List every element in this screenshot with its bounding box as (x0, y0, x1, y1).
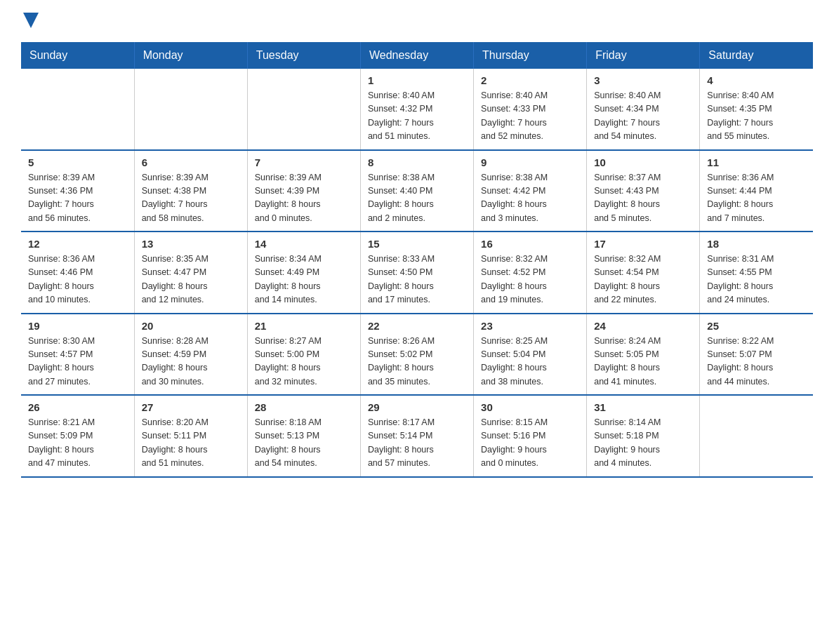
weekday-header-thursday: Thursday (474, 42, 587, 69)
calendar-cell: 21Sunrise: 8:27 AM Sunset: 5:00 PM Dayli… (247, 314, 360, 396)
day-number: 8 (368, 156, 466, 168)
day-info: Sunrise: 8:39 AM Sunset: 4:36 PM Dayligh… (28, 171, 127, 226)
calendar-cell: 8Sunrise: 8:38 AM Sunset: 4:40 PM Daylig… (360, 150, 473, 232)
page-header (21, 14, 813, 28)
day-number: 20 (142, 320, 240, 332)
calendar-cell: 11Sunrise: 8:36 AM Sunset: 4:44 PM Dayli… (700, 150, 813, 232)
day-info: Sunrise: 8:40 AM Sunset: 4:33 PM Dayligh… (481, 89, 579, 144)
calendar-cell: 30Sunrise: 8:15 AM Sunset: 5:16 PM Dayli… (474, 395, 587, 477)
calendar-cell: 7Sunrise: 8:39 AM Sunset: 4:39 PM Daylig… (247, 150, 360, 232)
weekday-header-sunday: Sunday (21, 42, 134, 69)
day-number: 28 (255, 401, 353, 413)
day-info: Sunrise: 8:34 AM Sunset: 4:49 PM Dayligh… (255, 253, 353, 307)
calendar-cell: 26Sunrise: 8:21 AM Sunset: 5:09 PM Dayli… (21, 395, 134, 477)
logo-triangle-icon (23, 13, 39, 28)
calendar-cell: 15Sunrise: 8:33 AM Sunset: 4:50 PM Dayli… (360, 232, 473, 314)
calendar-cell (134, 69, 247, 150)
calendar-cell: 2Sunrise: 8:40 AM Sunset: 4:33 PM Daylig… (474, 69, 587, 150)
day-info: Sunrise: 8:15 AM Sunset: 5:16 PM Dayligh… (481, 416, 579, 471)
day-number: 21 (255, 320, 353, 332)
weekday-header-row: SundayMondayTuesdayWednesdayThursdayFrid… (21, 42, 813, 69)
calendar-week-row: 1Sunrise: 8:40 AM Sunset: 4:32 PM Daylig… (21, 69, 813, 150)
day-info: Sunrise: 8:36 AM Sunset: 4:44 PM Dayligh… (707, 171, 806, 226)
day-info: Sunrise: 8:18 AM Sunset: 5:13 PM Dayligh… (255, 416, 353, 471)
day-info: Sunrise: 8:22 AM Sunset: 5:07 PM Dayligh… (707, 335, 806, 389)
day-info: Sunrise: 8:30 AM Sunset: 4:57 PM Dayligh… (28, 335, 127, 389)
weekday-header-monday: Monday (134, 42, 247, 69)
calendar-cell: 12Sunrise: 8:36 AM Sunset: 4:46 PM Dayli… (21, 232, 134, 314)
weekday-header-tuesday: Tuesday (247, 42, 360, 69)
calendar-cell: 13Sunrise: 8:35 AM Sunset: 4:47 PM Dayli… (134, 232, 247, 314)
calendar-cell: 23Sunrise: 8:25 AM Sunset: 5:04 PM Dayli… (474, 314, 587, 396)
day-number: 18 (707, 238, 806, 250)
day-number: 17 (594, 238, 692, 250)
day-number: 15 (368, 238, 466, 250)
calendar-cell: 29Sunrise: 8:17 AM Sunset: 5:14 PM Dayli… (360, 395, 473, 477)
day-info: Sunrise: 8:38 AM Sunset: 4:42 PM Dayligh… (481, 171, 579, 226)
day-number: 7 (255, 156, 353, 168)
day-info: Sunrise: 8:26 AM Sunset: 5:02 PM Dayligh… (368, 335, 466, 389)
calendar-cell: 18Sunrise: 8:31 AM Sunset: 4:55 PM Dayli… (700, 232, 813, 314)
day-number: 3 (594, 74, 692, 86)
day-info: Sunrise: 8:40 AM Sunset: 4:34 PM Dayligh… (594, 89, 692, 144)
day-info: Sunrise: 8:38 AM Sunset: 4:40 PM Dayligh… (368, 171, 466, 226)
day-info: Sunrise: 8:40 AM Sunset: 4:35 PM Dayligh… (707, 89, 806, 144)
day-info: Sunrise: 8:39 AM Sunset: 4:38 PM Dayligh… (142, 171, 240, 226)
day-info: Sunrise: 8:33 AM Sunset: 4:50 PM Dayligh… (368, 253, 466, 307)
calendar-week-row: 19Sunrise: 8:30 AM Sunset: 4:57 PM Dayli… (21, 314, 813, 396)
calendar-cell: 25Sunrise: 8:22 AM Sunset: 5:07 PM Dayli… (700, 314, 813, 396)
calendar-cell: 19Sunrise: 8:30 AM Sunset: 4:57 PM Dayli… (21, 314, 134, 396)
calendar-cell: 20Sunrise: 8:28 AM Sunset: 4:59 PM Dayli… (134, 314, 247, 396)
weekday-header-wednesday: Wednesday (360, 42, 473, 69)
weekday-header-friday: Friday (587, 42, 700, 69)
day-info: Sunrise: 8:37 AM Sunset: 4:43 PM Dayligh… (594, 171, 692, 226)
day-info: Sunrise: 8:28 AM Sunset: 4:59 PM Dayligh… (142, 335, 240, 389)
day-number: 9 (481, 156, 579, 168)
day-number: 26 (28, 401, 127, 413)
calendar-cell: 27Sunrise: 8:20 AM Sunset: 5:11 PM Dayli… (134, 395, 247, 477)
calendar-cell: 17Sunrise: 8:32 AM Sunset: 4:54 PM Dayli… (587, 232, 700, 314)
day-info: Sunrise: 8:32 AM Sunset: 4:54 PM Dayligh… (594, 253, 692, 307)
calendar-cell (247, 69, 360, 150)
day-info: Sunrise: 8:17 AM Sunset: 5:14 PM Dayligh… (368, 416, 466, 471)
calendar-cell: 10Sunrise: 8:37 AM Sunset: 4:43 PM Dayli… (587, 150, 700, 232)
calendar-cell: 22Sunrise: 8:26 AM Sunset: 5:02 PM Dayli… (360, 314, 473, 396)
day-number: 23 (481, 320, 579, 332)
day-number: 25 (707, 320, 806, 332)
calendar-cell: 9Sunrise: 8:38 AM Sunset: 4:42 PM Daylig… (474, 150, 587, 232)
day-number: 29 (368, 401, 466, 413)
calendar-cell: 16Sunrise: 8:32 AM Sunset: 4:52 PM Dayli… (474, 232, 587, 314)
day-number: 2 (481, 74, 579, 86)
day-info: Sunrise: 8:20 AM Sunset: 5:11 PM Dayligh… (142, 416, 240, 471)
day-info: Sunrise: 8:25 AM Sunset: 5:04 PM Dayligh… (481, 335, 579, 389)
day-number: 13 (142, 238, 240, 250)
day-number: 10 (594, 156, 692, 168)
svg-marker-0 (23, 13, 39, 28)
day-info: Sunrise: 8:40 AM Sunset: 4:32 PM Dayligh… (368, 89, 466, 144)
day-number: 19 (28, 320, 127, 332)
day-number: 16 (481, 238, 579, 250)
calendar-cell: 31Sunrise: 8:14 AM Sunset: 5:18 PM Dayli… (587, 395, 700, 477)
calendar-week-row: 26Sunrise: 8:21 AM Sunset: 5:09 PM Dayli… (21, 395, 813, 477)
calendar-week-row: 5Sunrise: 8:39 AM Sunset: 4:36 PM Daylig… (21, 150, 813, 232)
day-number: 30 (481, 401, 579, 413)
day-info: Sunrise: 8:35 AM Sunset: 4:47 PM Dayligh… (142, 253, 240, 307)
day-number: 24 (594, 320, 692, 332)
day-number: 22 (368, 320, 466, 332)
calendar-cell: 14Sunrise: 8:34 AM Sunset: 4:49 PM Dayli… (247, 232, 360, 314)
day-info: Sunrise: 8:32 AM Sunset: 4:52 PM Dayligh… (481, 253, 579, 307)
day-info: Sunrise: 8:24 AM Sunset: 5:05 PM Dayligh… (594, 335, 692, 389)
calendar-cell: 5Sunrise: 8:39 AM Sunset: 4:36 PM Daylig… (21, 150, 134, 232)
day-info: Sunrise: 8:39 AM Sunset: 4:39 PM Dayligh… (255, 171, 353, 226)
day-number: 4 (707, 74, 806, 86)
day-info: Sunrise: 8:31 AM Sunset: 4:55 PM Dayligh… (707, 253, 806, 307)
day-number: 11 (707, 156, 806, 168)
day-number: 6 (142, 156, 240, 168)
day-number: 5 (28, 156, 127, 168)
day-info: Sunrise: 8:14 AM Sunset: 5:18 PM Dayligh… (594, 416, 692, 471)
calendar-table: SundayMondayTuesdayWednesdayThursdayFrid… (21, 42, 813, 478)
weekday-header-saturday: Saturday (700, 42, 813, 69)
calendar-cell: 4Sunrise: 8:40 AM Sunset: 4:35 PM Daylig… (700, 69, 813, 150)
day-number: 14 (255, 238, 353, 250)
calendar-cell: 1Sunrise: 8:40 AM Sunset: 4:32 PM Daylig… (360, 69, 473, 150)
